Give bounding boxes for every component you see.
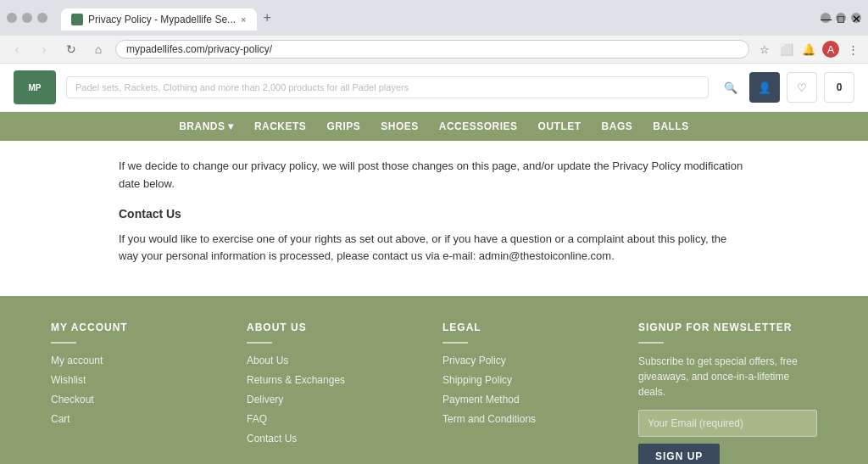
footer: MY ACCOUNT My account Wishlist Checkout …	[0, 296, 868, 464]
user-account-button[interactable]: 👤	[749, 72, 780, 103]
list-item: Term and Conditions	[442, 412, 621, 425]
nav-menu: BRANDS ▾ RACKETS GRIPS SHOES ACCESSORIES…	[0, 112, 868, 141]
signup-button[interactable]: SIGN UP	[638, 444, 720, 464]
checkout-link[interactable]: Checkout	[51, 394, 94, 405]
footer-newsletter: SIGNUP FOR NEWSLETTER Subscribe to get s…	[638, 321, 817, 464]
browser-restore-icon[interactable]: □	[836, 13, 846, 23]
browser-toolbar-icons: ☆ ⬜ 🔔 A ⋮	[756, 41, 861, 58]
star-icon[interactable]: ☆	[756, 41, 773, 58]
address-bar[interactable]: mypadellifes.com/privacy-policy/	[115, 40, 749, 59]
contact-us-link[interactable]: Contact Us	[247, 433, 297, 444]
list-item: About Us	[247, 354, 426, 366]
list-item: Cart	[51, 412, 230, 425]
site-header: MP Padel sets, Rackets, Clothing and mor…	[0, 64, 868, 112]
legal-list: Privacy Policy Shipping Policy Payment M…	[442, 354, 621, 425]
legal-heading: LEGAL	[442, 321, 621, 333]
list-item: Payment Method	[442, 393, 621, 405]
nav-shoes[interactable]: SHOES	[381, 120, 419, 132]
my-account-list: My account Wishlist Checkout Cart	[51, 354, 230, 425]
address-bar-row: ‹ › ↻ ⌂ mypadellifes.com/privacy-policy/…	[0, 36, 868, 63]
nav-grips[interactable]: GRIPS	[326, 120, 360, 132]
cart-button[interactable]: 0	[824, 72, 854, 103]
active-tab[interactable]: Privacy Policy - Mypadellife Se... ×	[61, 8, 257, 31]
url-text: mypadellifes.com/privacy-policy/	[126, 43, 272, 55]
tab-favicon	[71, 14, 83, 25]
list-item: My account	[51, 354, 230, 366]
my-account-heading: MY ACCOUNT	[51, 321, 230, 333]
privacy-policy-link[interactable]: Privacy Policy	[442, 355, 506, 366]
menu-icon[interactable]: ⋮	[844, 41, 861, 58]
payment-method-link[interactable]: Payment Method	[442, 394, 520, 405]
browser-minimize-icon[interactable]: —	[821, 13, 831, 23]
newsletter-description: Subscribe to get special offers, free gi…	[638, 354, 817, 400]
wishlist-link[interactable]: Wishlist	[51, 374, 86, 386]
shipping-policy-link[interactable]: Shipping Policy	[442, 374, 512, 386]
newsletter-heading: SIGNUP FOR NEWSLETTER	[638, 321, 817, 333]
tab-bar: Privacy Policy - Mypadellife Se... × +	[54, 5, 814, 31]
browser-close-icon[interactable]: ✕	[851, 13, 861, 23]
site-logo[interactable]: MP	[14, 70, 56, 104]
about-us-list: About Us Returns & Exchanges Delivery FA…	[247, 354, 426, 444]
header-actions: 🔍 👤 ♡ 0	[719, 72, 854, 103]
maximize-button[interactable]	[22, 13, 32, 23]
search-icon-button[interactable]: 🔍	[719, 75, 743, 99]
user-icon: 👤	[758, 81, 771, 94]
list-item: Checkout	[51, 393, 230, 405]
profile-icon[interactable]: A	[822, 41, 839, 58]
minimize-button[interactable]	[7, 13, 17, 23]
tab-close-icon[interactable]: ×	[241, 14, 246, 25]
returns-link[interactable]: Returns & Exchanges	[247, 374, 345, 386]
about-us-heading: ABOUT US	[247, 321, 426, 333]
my-account-underline	[51, 342, 76, 344]
heart-icon: ♡	[797, 81, 807, 94]
nav-rackets[interactable]: RACKETS	[254, 120, 307, 132]
back-button[interactable]: ‹	[7, 39, 27, 59]
my-account-link[interactable]: My account	[51, 355, 103, 366]
nav-outlet[interactable]: OUTLET	[538, 120, 581, 132]
privacy-change-paragraph: If we decide to change our privacy polic…	[119, 158, 749, 193]
list-item: Wishlist	[51, 373, 230, 386]
notifications-icon[interactable]: 🔔	[800, 41, 817, 58]
close-window-button[interactable]	[37, 13, 47, 23]
nav-brands[interactable]: BRANDS ▾	[179, 120, 234, 132]
email-input[interactable]	[638, 410, 817, 437]
search-bar[interactable]: Padel sets, Rackets, Clothing and more t…	[66, 76, 709, 98]
legal-underline	[442, 342, 468, 344]
faq-link[interactable]: FAQ	[247, 413, 267, 425]
contact-paragraph: If you would like to exercise one of you…	[119, 231, 749, 266]
about-us-underline	[247, 342, 272, 344]
cart-count: 0	[837, 81, 843, 93]
footer-legal: LEGAL Privacy Policy Shipping Policy Pay…	[442, 321, 621, 464]
search-hint-text: Padel sets, Rackets, Clothing and more t…	[75, 82, 409, 92]
newsletter-underline	[638, 342, 664, 344]
nav-balls[interactable]: BALLS	[653, 120, 689, 132]
new-tab-button[interactable]: +	[257, 5, 278, 31]
footer-about-us: ABOUT US About Us Returns & Exchanges De…	[247, 321, 426, 464]
list-item: Returns & Exchanges	[247, 373, 426, 386]
cart-link[interactable]: Cart	[51, 413, 70, 425]
nav-accessories[interactable]: ACCESSORIES	[439, 120, 518, 132]
browser-top-bar: Privacy Policy - Mypadellife Se... × + —…	[0, 0, 868, 36]
search-icon: 🔍	[724, 81, 737, 94]
logo-text: MP	[29, 83, 42, 92]
footer-my-account: MY ACCOUNT My account Wishlist Checkout …	[51, 321, 230, 464]
reload-button[interactable]: ↻	[61, 39, 81, 59]
contact-us-heading: Contact Us	[119, 207, 749, 221]
home-button[interactable]: ⌂	[88, 39, 108, 59]
list-item: Contact Us	[247, 432, 426, 444]
wishlist-button[interactable]: ♡	[787, 72, 817, 103]
window-controls	[7, 13, 47, 23]
extensions-icon[interactable]: ⬜	[778, 41, 795, 58]
browser-chrome: Privacy Policy - Mypadellife Se... × + —…	[0, 0, 868, 64]
list-item: Shipping Policy	[442, 373, 621, 386]
nav-bags[interactable]: BAGS	[602, 120, 633, 132]
delivery-link[interactable]: Delivery	[247, 394, 283, 405]
terms-link[interactable]: Term and Conditions	[442, 413, 536, 425]
browser-window-buttons: — □ ✕	[821, 13, 861, 23]
main-content: If we decide to change our privacy polic…	[0, 141, 868, 296]
about-us-link[interactable]: About Us	[247, 355, 288, 366]
list-item: Delivery	[247, 393, 426, 405]
list-item: FAQ	[247, 412, 426, 425]
forward-button[interactable]: ›	[34, 39, 54, 59]
footer-grid: MY ACCOUNT My account Wishlist Checkout …	[51, 321, 817, 464]
